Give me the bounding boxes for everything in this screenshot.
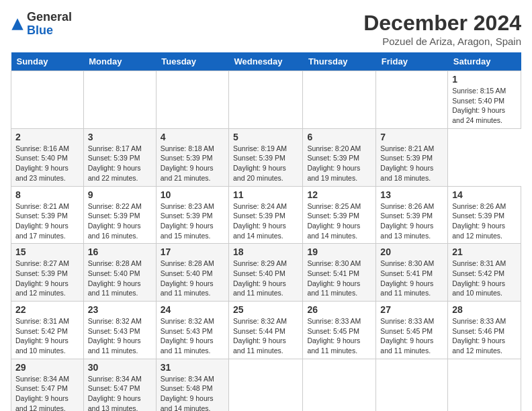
- calendar-week-row: 29 Sunrise: 8:34 AMSunset: 5:47 PMDaylig…: [11, 359, 521, 411]
- day-number: 12: [307, 189, 371, 200]
- day-info: Sunrise: 8:19 AMSunset: 5:39 PMDaylight:…: [233, 144, 287, 182]
- day-number: 6: [307, 132, 371, 142]
- day-number: 1: [452, 74, 517, 85]
- calendar-day-cell: 24 Sunrise: 8:32 AMSunset: 5:43 PMDaylig…: [156, 302, 228, 359]
- calendar-day-cell: 19 Sunrise: 8:30 AMSunset: 5:41 PMDaylig…: [303, 244, 376, 302]
- empty-cell: [448, 359, 521, 411]
- day-number: 3: [88, 132, 152, 142]
- day-number: 5: [233, 132, 298, 142]
- day-info: Sunrise: 8:31 AMSunset: 5:42 PMDaylight:…: [452, 259, 506, 297]
- empty-cell: [229, 359, 303, 411]
- day-info: Sunrise: 8:34 AMSunset: 5:48 PMDaylight:…: [161, 375, 214, 411]
- calendar-week-row: 1 Sunrise: 8:15 AMSunset: 5:40 PMDayligh…: [11, 71, 521, 129]
- day-number: 11: [233, 189, 298, 200]
- calendar-day-cell: 13 Sunrise: 8:26 AMSunset: 5:39 PMDaylig…: [376, 186, 448, 244]
- day-info: Sunrise: 8:21 AMSunset: 5:39 PMDaylight:…: [15, 202, 69, 240]
- logo-icon: [11, 17, 24, 31]
- day-info: Sunrise: 8:18 AMSunset: 5:39 PMDaylight:…: [161, 144, 214, 182]
- calendar-week-row: 8 Sunrise: 8:21 AMSunset: 5:39 PMDayligh…: [11, 186, 521, 244]
- calendar-day-cell: 31 Sunrise: 8:34 AMSunset: 5:48 PMDaylig…: [156, 359, 228, 411]
- day-info: Sunrise: 8:23 AMSunset: 5:39 PMDaylight:…: [161, 202, 214, 240]
- subtitle: Pozuel de Ariza, Aragon, Spain: [363, 36, 521, 47]
- day-info: Sunrise: 8:28 AMSunset: 5:40 PMDaylight:…: [161, 259, 214, 297]
- day-info: Sunrise: 8:34 AMSunset: 5:47 PMDaylight:…: [15, 375, 69, 411]
- day-number: 15: [15, 246, 79, 257]
- svg-marker-0: [11, 18, 23, 30]
- calendar-day-cell: 23 Sunrise: 8:32 AMSunset: 5:43 PMDaylig…: [83, 302, 156, 359]
- calendar-day-cell: 11 Sunrise: 8:24 AMSunset: 5:39 PMDaylig…: [229, 186, 303, 244]
- day-info: Sunrise: 8:17 AMSunset: 5:39 PMDaylight:…: [88, 144, 142, 182]
- empty-cell: [376, 359, 448, 411]
- header-area: General Blue December 2024 Pozuel de Ari…: [11, 11, 521, 47]
- main-title: December 2024: [363, 11, 521, 36]
- day-number: 18: [233, 246, 298, 257]
- day-number: 22: [15, 304, 79, 315]
- day-header: Tuesday: [156, 52, 228, 71]
- day-number: 16: [88, 246, 152, 257]
- day-info: Sunrise: 8:31 AMSunset: 5:42 PMDaylight:…: [15, 317, 69, 355]
- day-info: Sunrise: 8:24 AMSunset: 5:39 PMDaylight:…: [233, 202, 287, 240]
- calendar-day-cell: 6 Sunrise: 8:20 AMSunset: 5:39 PMDayligh…: [303, 128, 376, 186]
- day-number: 28: [452, 304, 517, 315]
- calendar-day-cell: 26 Sunrise: 8:33 AMSunset: 5:45 PMDaylig…: [303, 302, 376, 359]
- calendar-day-cell: 25 Sunrise: 8:32 AMSunset: 5:44 PMDaylig…: [229, 302, 303, 359]
- calendar-day-cell: 3 Sunrise: 8:17 AMSunset: 5:39 PMDayligh…: [83, 128, 156, 186]
- day-info: Sunrise: 8:32 AMSunset: 5:43 PMDaylight:…: [88, 317, 142, 355]
- day-number: 29: [15, 362, 79, 373]
- calendar-day-cell: 9 Sunrise: 8:22 AMSunset: 5:39 PMDayligh…: [83, 186, 156, 244]
- calendar-day-cell: 4 Sunrise: 8:18 AMSunset: 5:39 PMDayligh…: [156, 128, 228, 186]
- empty-cell: [303, 71, 376, 129]
- day-info: Sunrise: 8:32 AMSunset: 5:44 PMDaylight:…: [233, 317, 287, 355]
- empty-cell: [303, 359, 376, 411]
- logo-general: General: [27, 11, 72, 24]
- calendar-day-cell: 18 Sunrise: 8:29 AMSunset: 5:40 PMDaylig…: [229, 244, 303, 302]
- empty-cell: [156, 71, 228, 129]
- day-number: 10: [161, 189, 224, 200]
- day-number: 21: [452, 246, 517, 257]
- day-info: Sunrise: 8:16 AMSunset: 5:40 PMDaylight:…: [15, 144, 69, 182]
- day-info: Sunrise: 8:20 AMSunset: 5:39 PMDaylight:…: [307, 144, 361, 182]
- header-row: SundayMondayTuesdayWednesdayThursdayFrid…: [11, 52, 521, 71]
- empty-cell: [229, 71, 303, 129]
- day-number: 31: [161, 362, 224, 373]
- calendar-day-cell: 17 Sunrise: 8:28 AMSunset: 5:40 PMDaylig…: [156, 244, 228, 302]
- calendar-day-cell: 10 Sunrise: 8:23 AMSunset: 5:39 PMDaylig…: [156, 186, 228, 244]
- calendar-day-cell: 16 Sunrise: 8:28 AMSunset: 5:40 PMDaylig…: [83, 244, 156, 302]
- day-number: 24: [161, 304, 224, 315]
- calendar-day-cell: 12 Sunrise: 8:25 AMSunset: 5:39 PMDaylig…: [303, 186, 376, 244]
- day-header: Wednesday: [229, 52, 303, 71]
- calendar-day-cell: 2 Sunrise: 8:16 AMSunset: 5:40 PMDayligh…: [11, 128, 84, 186]
- calendar-table: SundayMondayTuesdayWednesdayThursdayFrid…: [11, 52, 521, 411]
- day-info: Sunrise: 8:27 AMSunset: 5:39 PMDaylight:…: [15, 259, 69, 297]
- day-info: Sunrise: 8:32 AMSunset: 5:43 PMDaylight:…: [161, 317, 214, 355]
- logo-blue: Blue: [27, 24, 72, 38]
- day-info: Sunrise: 8:30 AMSunset: 5:41 PMDaylight:…: [307, 259, 361, 297]
- day-number: 25: [233, 304, 298, 315]
- calendar-day-cell: 28 Sunrise: 8:33 AMSunset: 5:46 PMDaylig…: [448, 302, 521, 359]
- day-info: Sunrise: 8:26 AMSunset: 5:39 PMDaylight:…: [380, 202, 434, 240]
- calendar-day-cell: 22 Sunrise: 8:31 AMSunset: 5:42 PMDaylig…: [11, 302, 84, 359]
- day-info: Sunrise: 8:25 AMSunset: 5:39 PMDaylight:…: [307, 202, 361, 240]
- day-info: Sunrise: 8:22 AMSunset: 5:39 PMDaylight:…: [88, 202, 142, 240]
- day-info: Sunrise: 8:21 AMSunset: 5:39 PMDaylight:…: [380, 144, 434, 182]
- day-number: 26: [307, 304, 371, 315]
- day-number: 30: [88, 362, 152, 373]
- day-info: Sunrise: 8:15 AMSunset: 5:40 PMDaylight:…: [452, 87, 506, 124]
- calendar-day-cell: 8 Sunrise: 8:21 AMSunset: 5:39 PMDayligh…: [11, 186, 84, 244]
- day-header: Friday: [376, 52, 448, 71]
- day-number: 17: [161, 246, 224, 257]
- day-number: 20: [380, 246, 443, 257]
- day-number: 2: [15, 132, 79, 142]
- day-info: Sunrise: 8:28 AMSunset: 5:40 PMDaylight:…: [88, 259, 142, 297]
- calendar-day-cell: 21 Sunrise: 8:31 AMSunset: 5:42 PMDaylig…: [448, 244, 521, 302]
- title-area: December 2024 Pozuel de Ariza, Aragon, S…: [363, 11, 521, 47]
- logo: General Blue: [11, 11, 72, 38]
- calendar-week-row: 15 Sunrise: 8:27 AMSunset: 5:39 PMDaylig…: [11, 244, 521, 302]
- calendar-day-cell: 30 Sunrise: 8:34 AMSunset: 5:47 PMDaylig…: [83, 359, 156, 411]
- day-info: Sunrise: 8:26 AMSunset: 5:39 PMDaylight:…: [452, 202, 506, 240]
- day-number: 27: [380, 304, 443, 315]
- day-number: 8: [15, 189, 79, 200]
- day-info: Sunrise: 8:34 AMSunset: 5:47 PMDaylight:…: [88, 375, 142, 411]
- calendar-day-cell: 29 Sunrise: 8:34 AMSunset: 5:47 PMDaylig…: [11, 359, 84, 411]
- day-number: 4: [161, 132, 224, 142]
